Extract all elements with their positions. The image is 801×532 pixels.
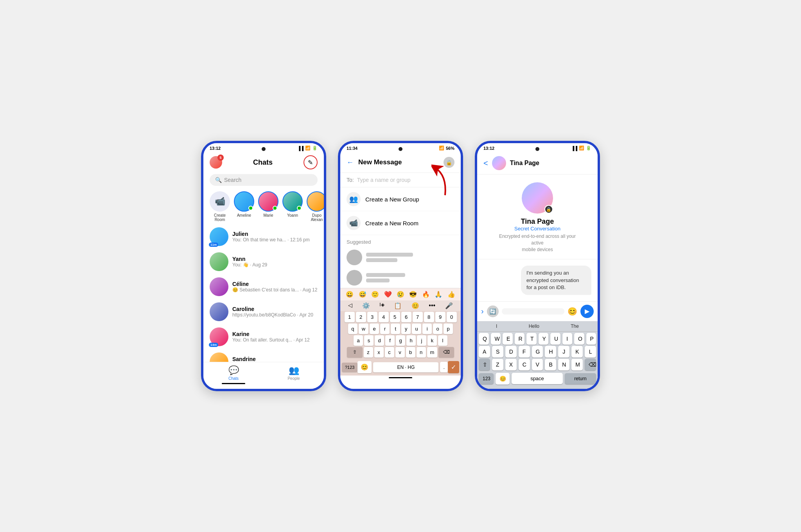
ios-num-key[interactable]: 123: [479, 373, 494, 384]
ios-key-g[interactable]: G: [532, 346, 543, 358]
key-s[interactable]: s: [364, 335, 374, 346]
ios-key-u[interactable]: U: [550, 333, 560, 345]
ios-backspace-key[interactable]: ⌫: [585, 359, 596, 370]
chat-julien[interactable]: 11m Julien You: Oh that time we ha... · …: [203, 224, 324, 249]
emoji-6[interactable]: 😎: [409, 291, 417, 298]
key-t[interactable]: t: [391, 324, 400, 334]
key-0[interactable]: 0: [447, 312, 457, 322]
key-num-switch[interactable]: ?123: [342, 363, 357, 372]
key-m[interactable]: m: [427, 347, 438, 358]
key-2[interactable]: 2: [356, 312, 366, 322]
ios-key-a[interactable]: A: [479, 346, 490, 358]
lock-toggle-button[interactable]: 🔒: [444, 157, 454, 168]
globe-icon[interactable]: 🌐: [483, 388, 492, 389]
key-w[interactable]: w: [359, 324, 368, 334]
key-5[interactable]: 5: [390, 312, 400, 322]
emoji-9[interactable]: 👍: [447, 291, 455, 298]
kb-mic-key[interactable]: 🎤: [445, 302, 453, 309]
key-a[interactable]: a: [354, 335, 363, 346]
key-4[interactable]: 4: [379, 312, 389, 322]
ios-key-m[interactable]: M: [571, 359, 583, 370]
ios-key-p[interactable]: P: [586, 333, 596, 345]
emoji-3[interactable]: 🙂: [371, 291, 379, 298]
key-language[interactable]: EN · HG: [373, 362, 438, 372]
emoji-4[interactable]: ❤️: [384, 291, 392, 298]
suggested-item-2[interactable]: [340, 268, 461, 288]
ios-key-w[interactable]: W: [491, 333, 501, 345]
edit-button[interactable]: ✎: [304, 155, 318, 169]
ios-key-r[interactable]: R: [515, 333, 525, 345]
chat-caroline[interactable]: Caroline https://youtu.be/b8QKodBlaCo · …: [203, 299, 324, 324]
kb-clipboard-key[interactable]: 📋: [394, 302, 402, 309]
key-c[interactable]: c: [385, 347, 394, 358]
chat-celine[interactable]: Céline 😊 Sebastien C'est toi dans la... …: [203, 274, 324, 299]
chat-input-field[interactable]: [502, 308, 564, 315]
key-i[interactable]: i: [422, 324, 432, 334]
kb-back-key[interactable]: ◁: [348, 302, 352, 309]
ios-key-n[interactable]: N: [558, 359, 569, 370]
kb-emoji-key[interactable]: 😊: [411, 302, 419, 309]
key-d[interactable]: d: [375, 335, 384, 346]
ios-key-k[interactable]: K: [571, 346, 583, 358]
ios-key-y[interactable]: Y: [539, 333, 549, 345]
story-yoann[interactable]: Yoann: [282, 191, 303, 222]
key-g[interactable]: g: [396, 335, 405, 346]
ios-return-key[interactable]: return: [565, 373, 596, 384]
story-marie[interactable]: Marie: [258, 191, 278, 222]
ios-key-x[interactable]: X: [505, 359, 517, 370]
expand-icon[interactable]: ›: [481, 307, 484, 316]
nav-people[interactable]: 👥 People: [264, 365, 324, 384]
key-n[interactable]: n: [417, 347, 426, 358]
nav-chats[interactable]: 💬 Chats: [203, 365, 264, 384]
emoji-7[interactable]: 🔥: [422, 291, 430, 298]
key-emoji-bottom[interactable]: 😊: [357, 361, 372, 373]
create-group-option[interactable]: 👥 Create a New Group: [340, 187, 461, 211]
key-k[interactable]: k: [427, 335, 437, 346]
key-b[interactable]: b: [406, 347, 415, 358]
key-l[interactable]: l: [438, 335, 447, 346]
key-u[interactable]: u: [412, 324, 421, 334]
key-f[interactable]: f: [385, 335, 395, 346]
emoji-5[interactable]: 😢: [397, 291, 404, 298]
suggestion-i[interactable]: I: [496, 324, 497, 329]
key-v[interactable]: v: [395, 347, 405, 358]
suggestion-the[interactable]: The: [571, 324, 579, 329]
chat-karine[interactable]: 14m Karine You: On fait aller. Surtout q…: [203, 324, 324, 349]
key-1[interactable]: 1: [345, 312, 355, 322]
ios-key-v[interactable]: V: [532, 359, 543, 370]
back-button[interactable]: ←: [347, 158, 354, 167]
ios-key-d[interactable]: D: [505, 346, 517, 358]
key-8[interactable]: 8: [424, 312, 434, 322]
back-chevron[interactable]: <: [483, 159, 488, 168]
ios-emoji-key[interactable]: 😊: [496, 373, 510, 385]
ios-key-f[interactable]: F: [519, 346, 530, 358]
key-r[interactable]: r: [380, 324, 390, 334]
chat-sandrine[interactable]: 56m Sandrine Sandrine sent a photo. · Ma…: [203, 349, 324, 362]
ios-key-h[interactable]: H: [545, 346, 556, 358]
ios-key-c[interactable]: C: [519, 359, 530, 370]
emoji-input-icon[interactable]: 😊: [568, 307, 577, 316]
key-shift[interactable]: ⇧: [347, 347, 363, 358]
key-3[interactable]: 3: [367, 312, 377, 322]
story-dupo[interactable]: DupoAlexan: [307, 191, 324, 222]
ios-key-b[interactable]: B: [545, 359, 556, 370]
key-y[interactable]: y: [401, 324, 411, 334]
key-backspace[interactable]: ⌫: [438, 347, 454, 358]
key-7[interactable]: 7: [413, 312, 423, 322]
key-e[interactable]: e: [370, 324, 379, 334]
ios-key-j[interactable]: J: [558, 346, 569, 358]
kb-cursor-key[interactable]: I◈: [379, 302, 384, 309]
ios-space-key[interactable]: space: [512, 373, 563, 384]
story-create[interactable]: 📹 CreateRoom: [210, 191, 230, 222]
suggested-item-1[interactable]: [340, 247, 461, 268]
attach-icon[interactable]: 🔄: [487, 306, 499, 317]
emoji-2[interactable]: 😅: [359, 291, 366, 298]
key-p[interactable]: p: [444, 324, 453, 334]
to-field[interactable]: To: Type a name or group: [340, 173, 461, 187]
ios-key-l[interactable]: L: [585, 346, 596, 358]
key-enter[interactable]: ✓: [448, 361, 459, 373]
ios-key-o[interactable]: O: [574, 333, 584, 345]
key-o[interactable]: o: [433, 324, 442, 334]
chat-yann[interactable]: Yann You: 👋 · Aug 29: [203, 249, 324, 274]
emoji-8[interactable]: 🙏: [435, 291, 442, 298]
